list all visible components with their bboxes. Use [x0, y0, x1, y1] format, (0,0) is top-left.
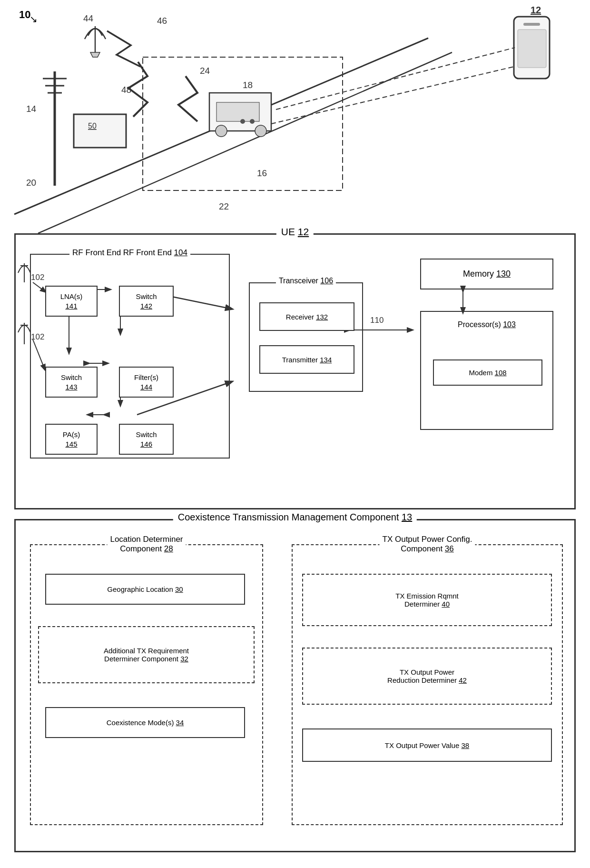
filter-box: Filter(s) 144	[119, 367, 174, 398]
coexistence-block: Coexistence Transmission Management Comp…	[14, 519, 576, 852]
svg-text:48: 48	[121, 85, 131, 95]
lna-num: 141	[65, 301, 77, 311]
svg-rect-27	[518, 30, 546, 68]
svg-text:24: 24	[200, 66, 210, 76]
tx-emission-box: TX Emission RqmntDeterminer 40	[302, 574, 552, 626]
tx-output-config-box: TX Output Power Config.Component 36 TX E…	[292, 544, 563, 825]
coex-mode-box: Coexistence Mode(s) 34	[45, 707, 245, 738]
svg-text:20: 20	[26, 178, 36, 188]
svg-text:14: 14	[26, 104, 37, 114]
svg-text:12: 12	[531, 5, 541, 15]
transmitter-text: Transmitter 134	[282, 356, 332, 364]
lna-box: LNA(s) 141	[45, 286, 98, 317]
memory-block: Memory 130	[420, 259, 553, 289]
tx-config-title: TX Output Power Config.Component 36	[380, 535, 475, 554]
svg-text:16: 16	[257, 168, 267, 178]
switch146-num: 146	[140, 439, 152, 449]
transmitter-box: Transmitter 134	[259, 345, 354, 374]
coexistence-title: Coexistence Transmission Management Comp…	[173, 512, 417, 523]
svg-text:44: 44	[83, 13, 94, 23]
rf-front-end-block: RF Front End RF Front End 104RF Front En…	[30, 254, 230, 459]
switch142-box: Switch 142	[119, 286, 174, 317]
transceiver-title: Transceiver 106	[276, 277, 336, 285]
location-det-title: Location DeterminerComponent 28	[107, 535, 186, 554]
add-tx-text: Additional TX RequirementDeterminer Comp…	[104, 647, 189, 663]
add-tx-box: Additional TX RequirementDeterminer Comp…	[38, 626, 255, 683]
lna-label: LNA(s)	[60, 292, 83, 301]
processor-block: Processor(s) 103 Modem 108	[420, 311, 553, 430]
rf-front-end-title: RF Front End RF Front End 104RF Front En…	[69, 248, 190, 258]
ue-block-title: UE 12	[276, 226, 314, 238]
svg-point-8	[250, 119, 255, 124]
geo-location-text: Geographic Location 30	[107, 585, 183, 593]
pa-label: PA(s)	[63, 430, 80, 439]
tx-reduction-text: TX Output PowerReduction Determiner 42	[387, 668, 467, 684]
receiver-box: Receiver 132	[259, 302, 354, 331]
modem-text: Modem 108	[469, 369, 506, 377]
switch142-num: 142	[140, 301, 152, 311]
modem-box: Modem 108	[433, 359, 542, 386]
svg-text:46: 46	[157, 16, 167, 26]
transceiver-block: Transceiver 106 Receiver 132 Transmitter…	[249, 282, 363, 392]
filter-label: Filter(s)	[134, 373, 158, 382]
ue-block: UE 12 102 102	[14, 233, 576, 509]
svg-text:110: 110	[370, 316, 384, 325]
processor-title: Processor(s) 103	[458, 320, 516, 329]
geo-location-box: Geographic Location 30	[45, 574, 245, 605]
switch142-label: Switch	[136, 292, 157, 301]
tx-value-box: TX Output Power Value 38	[302, 728, 552, 762]
tx-reduction-box: TX Output PowerReduction Determiner 42	[302, 648, 552, 705]
memory-text: Memory 130	[463, 269, 511, 279]
svg-rect-12	[74, 114, 126, 148]
svg-text:22: 22	[219, 201, 229, 211]
svg-rect-6	[216, 102, 259, 121]
svg-text:50: 50	[88, 122, 97, 130]
svg-rect-26	[523, 23, 540, 26]
svg-line-29	[276, 48, 515, 110]
pa-num: 145	[65, 439, 77, 449]
svg-point-7	[240, 119, 245, 124]
svg-point-5	[255, 125, 266, 137]
svg-text:18: 18	[243, 80, 253, 90]
switch143-num: 143	[65, 382, 77, 392]
receiver-text: Receiver 132	[286, 313, 328, 321]
tx-emission-text: TX Emission RqmntDeterminer 40	[395, 592, 459, 608]
switch143-label: Switch	[61, 373, 82, 382]
coex-mode-text: Coexistence Mode(s) 34	[107, 718, 184, 727]
switch143-box: Switch 143	[45, 367, 98, 398]
tx-value-text: TX Output Power Value 38	[385, 741, 469, 749]
svg-point-4	[216, 125, 227, 137]
top-diagram-svg: 18 24 48 50 20 22 16 14 44 46	[0, 0, 590, 233]
pa-box: PA(s) 145	[45, 424, 98, 455]
filter-num: 144	[140, 382, 152, 392]
switch146-box: Switch 146	[119, 424, 174, 455]
switch146-label: Switch	[136, 430, 157, 439]
location-determiner-box: Location DeterminerComponent 28 Geograph…	[30, 544, 263, 825]
